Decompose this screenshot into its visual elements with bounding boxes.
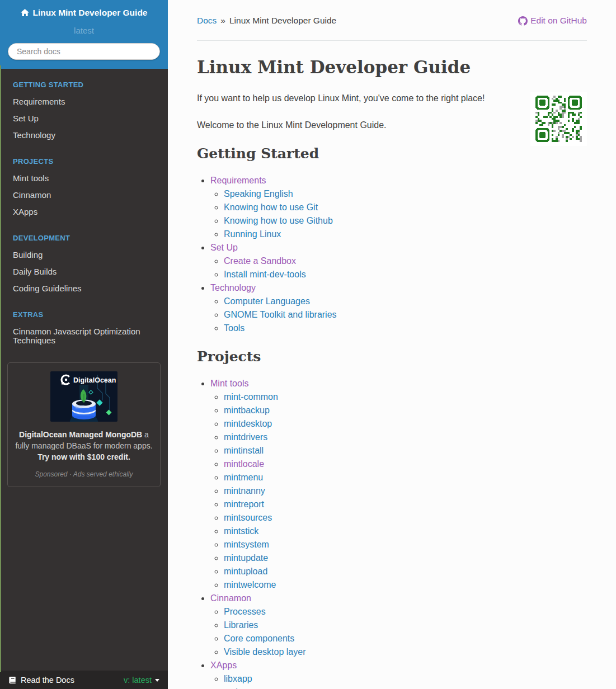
toc-link-mint-common[interactable]: mint-common [224,392,278,402]
toc-item: Processes [224,605,587,619]
toc-link-mint-tools[interactable]: Mint tools [210,379,248,388]
toc-link-mintmenu[interactable]: mintmenu [224,473,263,482]
ad-heading-bold[interactable]: DigitalOcean Managed MongoDB [19,430,142,439]
toc-item: GNOME Toolkit and libraries [224,308,587,322]
toc-link-visible-desktop-layer[interactable]: Visible desktop layer [224,647,305,657]
toc-link-technology[interactable]: Technology [210,283,256,292]
nav-section-caption-getting-started: GETTING STARTED [0,81,168,89]
sidebar-nav: GETTING STARTEDRequirementsSet UpTechnol… [0,81,168,349]
sidebar-item-xapps[interactable]: XApps [0,204,168,220]
edit-on-github-link[interactable]: Edit on GitHub [518,16,587,26]
toc-link-mintsystem[interactable]: mintsystem [224,540,269,549]
toc-sublist: mint-commonmintbackupmintdesktopmintdriv… [210,390,587,592]
window-edge-strip [0,65,1,672]
toc-link-running-linux[interactable]: Running Linux [224,229,281,239]
project-title-label: Linux Mint Developer Guide [33,8,148,18]
toc-link-mintupdate[interactable]: mintupdate [224,553,268,563]
toc-link-knowing-how-to-use-github[interactable]: Knowing how to use Github [224,216,333,225]
toc-item: mintmenu [224,471,587,484]
document: Linux Mint Developer Guide If you want t… [197,57,587,689]
nav-list: BuildingDaily BuildsCoding Guidelines [0,247,168,297]
toc-item: python-xapp [224,686,587,689]
toc-item: Set UpCreate a SandboxInstall mint-dev-t… [210,241,587,281]
toc-item: Mint toolsmint-commonmintbackupmintdeskt… [210,377,587,592]
toc-link-mintstick[interactable]: mintstick [224,526,258,536]
ad-card[interactable]: DigitalOcean DigitalOcean Managed MongoD… [7,362,161,487]
version-caption: latest [8,26,160,35]
toc-link-speaking-english[interactable]: Speaking English [224,189,293,199]
nav-item: Cinnamon [0,187,168,204]
sidebar-item-mint-tools[interactable]: Mint tools [0,170,168,187]
toc-link-mintwelcome[interactable]: mintwelcome [224,580,276,589]
read-the-docs-brand[interactable]: Read the Docs [8,676,74,685]
sidebar-item-technology[interactable]: Technology [0,127,168,144]
toc-link-core-components[interactable]: Core components [224,634,294,643]
ad-image[interactable]: DigitalOcean [50,371,117,422]
page: Linux Mint Developer Guide latest GETTIN… [0,0,616,689]
toc-link-xapps[interactable]: XApps [210,660,237,670]
toc-item: mintinstall [224,444,587,457]
toc-item: mintupload [224,565,587,578]
toc-item: mintdrivers [224,431,587,444]
breadcrumb: Docs»Linux Mint Developer Guide [197,16,336,26]
breadcrumb-docs-link[interactable]: Docs [197,16,217,25]
toc-link-requirements[interactable]: Requirements [210,176,266,185]
toc-list: RequirementsSpeaking EnglishKnowing how … [197,174,587,335]
toc-link-mintlocale[interactable]: mintlocale [224,459,264,469]
toc-link-libraries[interactable]: Libraries [224,620,258,630]
toc-link-processes[interactable]: Processes [224,607,266,616]
ad-text[interactable]: DigitalOcean Managed MongoDB a fully man… [15,429,153,463]
toc-item: mintreport [224,498,587,511]
toc-link-install-mint-dev-tools[interactable]: Install mint-dev-tools [224,270,306,279]
toc-link-tools[interactable]: Tools [224,323,244,333]
toc-link-mintnanny[interactable]: mintnanny [224,486,265,495]
search-input[interactable] [8,43,160,60]
ad-cta[interactable]: Try now with $100 credit. [15,451,153,463]
toc-sublist: Speaking EnglishKnowing how to use GitKn… [210,187,587,241]
toc-link-mintsources[interactable]: mintsources [224,513,272,522]
toc-link-knowing-how-to-use-git[interactable]: Knowing how to use Git [224,202,318,212]
toc-item: mintdesktop [224,417,587,431]
sidebar-item-building[interactable]: Building [0,247,168,263]
sidebar-item-requirements[interactable]: Requirements [0,93,168,110]
toc-item: mintbackup [224,404,587,417]
toc-link-computer-languages[interactable]: Computer Languages [224,296,310,306]
toc-link-cinnamon[interactable]: Cinnamon [210,593,251,603]
sidebar-scroll-area[interactable]: GETTING STARTEDRequirementsSet UpTechnol… [0,69,168,671]
sidebar-item-coding-guidelines[interactable]: Coding Guidelines [0,280,168,297]
toc-sublist: ProcessesLibrariesCore componentsVisible… [210,605,587,659]
nav-item: Requirements [0,93,168,110]
nav-section-caption-extras: EXTRAS [0,310,168,319]
nav-item: Daily Builds [0,263,168,280]
toc-link-mintreport[interactable]: mintreport [224,499,264,509]
toc-list: Mint toolsmint-commonmintbackupmintdeskt… [197,377,587,689]
toc-item: XAppslibxapppython-xapp [210,659,587,689]
main-content: Docs»Linux Mint Developer Guide Edit on … [168,0,616,689]
toc-link-mintupload[interactable]: mintupload [224,567,267,576]
toc-link-mintinstall[interactable]: mintinstall [224,446,264,455]
github-icon [518,16,528,26]
toc-link-create-a-sandbox[interactable]: Create a Sandbox [224,256,296,266]
toc-item: mintstick [224,525,587,538]
sidebar-footer: Read the Docs v: latest [0,671,168,689]
nav-item: Mint tools [0,170,168,187]
ad-disclosure: Sponsored · Ads served ethically [15,470,153,478]
edit-on-github-label: Edit on GitHub [530,16,587,26]
toc-link-mintdrivers[interactable]: mintdrivers [224,432,267,442]
toc-link-mintbackup[interactable]: mintbackup [224,405,270,415]
toc-item: Core components [224,632,587,645]
sidebar-item-set-up[interactable]: Set Up [0,110,168,127]
project-home-link[interactable]: Linux Mint Developer Guide [21,8,148,18]
sidebar-item-cinnamon-javascript-optimization-techniques[interactable]: Cinnamon Javascript Optimization Techniq… [0,323,168,349]
home-icon [21,9,29,17]
toc-link-mintdesktop[interactable]: mintdesktop [224,419,272,428]
toc-link-libxapp[interactable]: libxapp [224,674,252,683]
nav-list: Cinnamon Javascript Optimization Techniq… [0,323,168,349]
version-picker[interactable]: v: latest [124,676,159,685]
sidebar-item-cinnamon[interactable]: Cinnamon [0,187,168,204]
toc-item: Knowing how to use Github [224,214,587,228]
toc-link-set-up[interactable]: Set Up [210,243,238,252]
sidebar-item-daily-builds[interactable]: Daily Builds [0,263,168,280]
toc-sublist: Computer LanguagesGNOME Toolkit and libr… [210,295,587,335]
toc-link-gnome-toolkit-and-libraries[interactable]: GNOME Toolkit and libraries [224,310,337,319]
